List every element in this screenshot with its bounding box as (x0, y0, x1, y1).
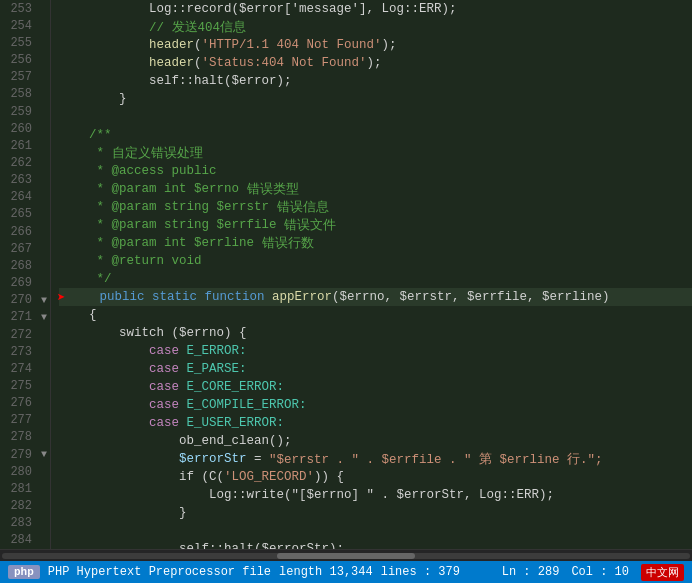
code-line[interactable]: * @param string $errstr 错误信息 (59, 198, 692, 216)
scrollbar-track[interactable] (2, 553, 690, 559)
code-indent (59, 146, 89, 160)
code-indent (59, 398, 149, 412)
editor-area[interactable]: 2532542552562572582592602612622632642652… (0, 0, 692, 549)
code-line[interactable]: Log::write("[$errno] " . $errorStr, Log:… (59, 486, 692, 504)
line-number: 260 (0, 122, 38, 136)
gutter-row: 254 (0, 17, 50, 34)
code-line[interactable] (59, 108, 692, 126)
code-token: * @param int $errno (89, 182, 247, 196)
code-line[interactable]: /** (59, 126, 692, 144)
gutter-row: 277 (0, 412, 50, 429)
code-line[interactable]: // 发送404信息 (59, 18, 692, 36)
code-token: * (89, 146, 112, 160)
code-token: E_PARSE: (187, 362, 247, 376)
code-token: * @param int $errline (89, 236, 262, 250)
code-line[interactable]: case E_CORE_ERROR: (59, 378, 692, 396)
code-token: ); (367, 56, 382, 70)
code-token: { (89, 308, 97, 322)
code-token: = (247, 452, 270, 466)
code-indent (59, 272, 89, 286)
code-line[interactable]: case E_ERROR: (59, 342, 692, 360)
code-line[interactable]: Log::record($error['message'], Log::ERR)… (59, 0, 692, 18)
line-number: 278 (0, 430, 38, 444)
code-token: header (149, 56, 194, 70)
code-token: * @param string $errfile (89, 218, 284, 232)
code-line[interactable]: switch ($errno) { (59, 324, 692, 342)
code-token: 'HTTP/1.1 404 Not Found' (202, 38, 382, 52)
gutter-row: 272 (0, 326, 50, 343)
code-token: } (179, 506, 187, 520)
code-line[interactable]: { (59, 306, 692, 324)
code-line[interactable]: } (59, 504, 692, 522)
line-number: 279 (0, 448, 38, 462)
code-line[interactable]: */ (59, 270, 692, 288)
line-number: 276 (0, 396, 38, 410)
code-line[interactable] (59, 522, 692, 540)
code-token: } (119, 92, 127, 106)
code-token: */ (89, 272, 112, 286)
code-token: public (99, 290, 144, 304)
code-token: E_USER_ERROR: (187, 416, 285, 430)
line-number: 255 (0, 36, 38, 50)
scrollbar-thumb[interactable] (277, 553, 415, 559)
gutter-row: 267 (0, 240, 50, 257)
fold-icon[interactable]: ▼ (38, 312, 50, 323)
code-token: ); (382, 38, 397, 52)
code-line[interactable]: header('Status:404 Not Found'); (59, 54, 692, 72)
code-line[interactable]: } (59, 90, 692, 108)
code-token: * @access public (89, 164, 217, 178)
horizontal-scrollbar[interactable] (0, 549, 692, 561)
code-indent (59, 200, 89, 214)
gutter-row: 256 (0, 51, 50, 68)
line-number: 265 (0, 207, 38, 221)
code-line[interactable]: * @param int $errno 错误类型 (59, 180, 692, 198)
gutter-row: 273 (0, 343, 50, 360)
code-line[interactable]: case E_USER_ERROR: (59, 414, 692, 432)
fold-icon[interactable]: ▼ (38, 295, 50, 306)
code-line[interactable]: case E_COMPILE_ERROR: (59, 396, 692, 414)
current-line-arrow: ➤ (57, 289, 65, 306)
code-token: /** (89, 128, 112, 142)
gutter-row: 268 (0, 257, 50, 274)
code-line[interactable]: case E_PARSE: (59, 360, 692, 378)
code-indent (59, 164, 89, 178)
code-line[interactable]: ob_end_clean(); (59, 432, 692, 450)
code-token: $errorStr (179, 452, 247, 466)
gutter-row: 284 (0, 532, 50, 549)
line-number: 284 (0, 533, 38, 547)
code-line[interactable]: * @return void (59, 252, 692, 270)
code-line[interactable]: self::halt($errorStr); (59, 540, 692, 549)
code-token: case (149, 416, 187, 430)
line-number: 271 (0, 310, 38, 324)
code-line[interactable]: $errorStr = "$errstr . " . $errfile . " … (59, 450, 692, 468)
status-left: php PHP Hypertext Preprocessor file leng… (8, 565, 460, 579)
code-indent (59, 56, 149, 70)
code-line[interactable]: if (C('LOG_RECORD')) { (59, 468, 692, 486)
code-token: 错误信息 (277, 199, 329, 216)
php-badge: php (8, 565, 40, 579)
line-number: 283 (0, 516, 38, 530)
code-line[interactable]: * @param int $errline 错误行数 (59, 234, 692, 252)
code-line[interactable]: header('HTTP/1.1 404 Not Found'); (59, 36, 692, 54)
code-token: ($errno, $errstr, $errfile, $errline) (332, 290, 610, 304)
code-token: 'Status:404 Not Found' (202, 56, 367, 70)
fold-icon[interactable]: ▼ (38, 449, 50, 460)
code-token (265, 290, 273, 304)
code-token: 错误文件 (284, 217, 336, 234)
code-indent (59, 470, 179, 484)
gutter-row: 257 (0, 69, 50, 86)
col-info: Col : 10 (571, 565, 629, 579)
code-indent (59, 38, 149, 52)
code-token: 错误行数 (262, 235, 314, 252)
code-line[interactable]: * @param string $errfile 错误文件 (59, 216, 692, 234)
gutter-row: 279▼ (0, 446, 50, 463)
code-line[interactable]: * 自定义错误处理 (59, 144, 692, 162)
code-area[interactable]: Log::record($error['message'], Log::ERR)… (51, 0, 692, 549)
code-indent (59, 326, 119, 340)
code-line[interactable]: self::halt($error); (59, 72, 692, 90)
code-line[interactable]: ➤ public static function appError($errno… (59, 288, 692, 306)
code-indent (59, 2, 149, 16)
code-token: 自定义错误处理 (112, 145, 203, 162)
code-lines: Log::record($error['message'], Log::ERR)… (51, 0, 692, 549)
code-line[interactable]: * @access public (59, 162, 692, 180)
